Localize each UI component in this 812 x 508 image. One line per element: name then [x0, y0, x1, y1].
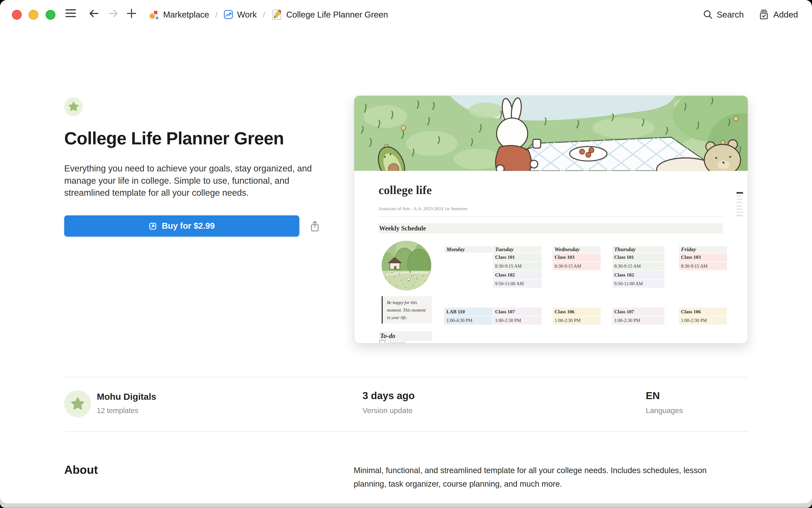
added-box-check-icon — [758, 9, 770, 20]
schedule-column-tuesday: Tuesday Class 101 8:30-9:15 AM Class 102… — [493, 246, 541, 253]
about-heading: About — [64, 463, 98, 477]
window-zoom-button[interactable] — [46, 10, 55, 20]
template-icon-badge — [64, 97, 83, 116]
new-tab-button[interactable] — [127, 9, 136, 18]
external-link-icon — [149, 222, 157, 230]
schedule-cell: LAB 110 — [444, 308, 492, 316]
share-icon — [309, 220, 321, 232]
todo-heading: To-do — [379, 331, 432, 341]
sidebar-menu-button[interactable] — [65, 9, 76, 18]
schedule-cell: Class 103 — [679, 253, 727, 261]
creator-avatar[interactable] — [64, 390, 91, 417]
schedule-cell: Class 101 — [493, 253, 541, 261]
breadcrumb-label: College Life Planner Green — [286, 9, 388, 19]
toc-dash — [736, 196, 742, 197]
app-window: Marketplace / Work / — [0, 0, 812, 503]
schedule-cell-time: 8:30-9:15 AM — [612, 262, 664, 270]
hamburger-icon — [65, 9, 76, 18]
breadcrumb-item-current-page[interactable]: College Life Planner Green — [271, 9, 388, 20]
share-button[interactable] — [309, 220, 321, 232]
search-icon — [703, 9, 713, 20]
breadcrumb-label: Marketplace — [163, 9, 209, 19]
toc-dash — [736, 212, 742, 213]
schedule-cell-time: 8:30-9:15 AM — [679, 262, 727, 270]
checkbox-icon — [379, 340, 385, 343]
added-label: Added — [773, 9, 798, 19]
added-button[interactable]: Added — [758, 9, 798, 20]
green-star-icon — [71, 397, 85, 411]
window-close-button[interactable] — [12, 10, 22, 20]
chart-increasing-icon — [224, 10, 233, 19]
green-star-icon — [68, 101, 79, 112]
marketplace-logo-icon — [149, 9, 159, 20]
titlebar-actions: Search Added — [703, 0, 798, 29]
plus-icon — [127, 9, 136, 18]
schedule-cell-time: 8:30-9:15 AM — [493, 262, 541, 270]
schedule-cell: Class 101 — [612, 253, 664, 261]
toc-dash — [736, 202, 742, 203]
last-updated: 3 days ago — [362, 390, 415, 402]
schedule-cell-time: 1:00-2:30 PM — [612, 316, 664, 325]
schedule-cell: Class 107 — [612, 308, 664, 316]
section-divider — [64, 431, 748, 432]
search-label: Search — [717, 9, 744, 19]
template-description: Everything you need to achieve your goal… — [64, 163, 328, 199]
schedule-cell: Class 102 — [612, 271, 664, 279]
about-text: Minimal, functional, and streamlined tem… — [354, 464, 712, 491]
schedule-cell-time: 8:30-9:15 AM — [553, 262, 601, 270]
breadcrumb: Marketplace / Work / — [149, 0, 388, 29]
toc-dash — [736, 205, 742, 206]
day-header: Tuesday — [493, 246, 541, 253]
preview-divider — [378, 216, 723, 217]
toc-dash — [736, 192, 743, 194]
breadcrumb-separator: / — [214, 10, 219, 19]
page-title: College Life Planner Green — [64, 127, 284, 150]
schedule-column-thursday: Thursday Class 101 8:30-9:15 AM Class 10… — [612, 246, 664, 253]
schedule-cell-time: 9:50-11:00 AM — [612, 280, 664, 288]
preview-page-title: college life — [378, 184, 432, 197]
schedule-cell-time: 9:50-11:00 AM — [493, 280, 541, 288]
template-preview-card: college life Associate of Arts - A.A. 20… — [354, 96, 748, 343]
breadcrumb-label: Work — [237, 9, 257, 19]
titlebar: Marketplace / Work / — [0, 0, 812, 29]
nav-back-button[interactable] — [88, 9, 99, 18]
schedule-cell: Class 103 — [553, 253, 601, 261]
todo-item — [379, 340, 405, 343]
picnic-illustration — [354, 96, 748, 171]
forward-arrow-icon — [108, 9, 119, 18]
nav-forward-button[interactable] — [108, 9, 119, 18]
schedule-cell-time: 1:00-4:30 PM — [444, 316, 492, 325]
memo-page-icon — [271, 9, 282, 20]
preview-page-subtitle: Associate of Arts - A.A. 2023-2024 1st S… — [378, 206, 468, 211]
creator-name[interactable]: Mohu Digitals — [97, 391, 156, 402]
back-arrow-icon — [88, 9, 99, 18]
screen: Marketplace / Work / — [0, 0, 812, 508]
schedule-cell: Class 106 — [553, 308, 601, 316]
forest-circle-illustration — [382, 241, 432, 291]
schedule-cell-time: 1:00-2:30 PM — [553, 316, 601, 325]
buy-button-label: Buy for $2.99 — [162, 221, 215, 231]
schedule-column-monday: Monday LAB 110 1:00-4:30 PM — [444, 246, 492, 253]
buy-button[interactable]: Buy for $2.99 — [64, 215, 299, 237]
schedule-cell: Class 106 — [679, 308, 727, 316]
day-header: Friday — [679, 246, 727, 253]
schedule-column-friday: Friday Class 103 8:30-9:15 AM Class 106 … — [679, 246, 727, 253]
breadcrumb-item-work[interactable]: Work — [224, 9, 257, 19]
language-label: Languages — [646, 406, 683, 415]
day-header: Monday — [444, 246, 492, 253]
breadcrumb-item-marketplace[interactable]: Marketplace — [149, 9, 209, 20]
table-of-contents-indicator — [736, 192, 743, 218]
preview-section-weekly-schedule: Weekly Schedule — [378, 223, 723, 234]
schedule-cell-time: 1:00-2:30 PM — [493, 316, 541, 325]
breadcrumb-separator: / — [261, 10, 267, 19]
day-header: Thursday — [612, 246, 664, 253]
toc-dash — [736, 208, 742, 210]
search-button[interactable]: Search — [703, 9, 744, 20]
weekly-schedule-heading: Weekly Schedule — [378, 223, 426, 234]
toc-dash — [736, 215, 742, 216]
schedule-cell: Class 107 — [493, 308, 541, 316]
last-updated-label: Version update — [362, 406, 413, 415]
schedule-cell: Class 102 — [493, 271, 541, 279]
window-minimize-button[interactable] — [29, 10, 39, 20]
language-value: EN — [646, 390, 660, 402]
